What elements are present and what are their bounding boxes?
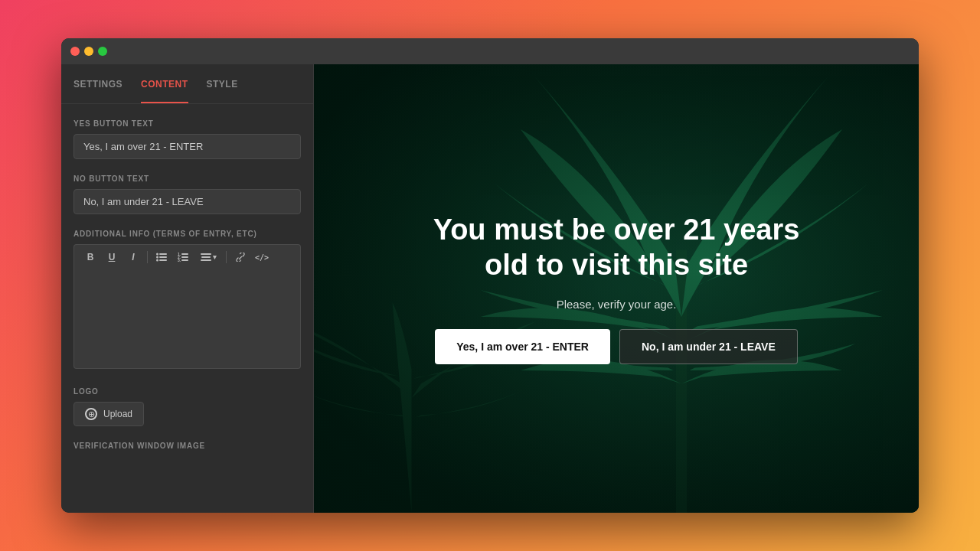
additional-info-textarea[interactable]	[74, 269, 301, 369]
svg-rect-14	[201, 259, 211, 261]
code-button[interactable]: </>	[252, 248, 272, 266]
upload-icon: ⊕	[85, 408, 97, 420]
svg-rect-9	[181, 256, 188, 258]
traffic-light-red[interactable]	[70, 47, 80, 56]
tab-settings[interactable]: SETTINGS	[74, 64, 122, 103]
left-panel: SETTINGS CONTENT STYLE YES BUTTON TEXT	[61, 64, 314, 513]
svg-rect-13	[201, 256, 211, 258]
panel-content: YES BUTTON TEXT NO BUTTON TEXT ADDITIONA…	[61, 104, 313, 481]
tab-content[interactable]: CONTENT	[141, 64, 188, 103]
toolbar-divider-2	[226, 251, 227, 263]
no-button-label: NO BUTTON TEXT	[74, 174, 301, 183]
bold-button[interactable]: B	[80, 248, 100, 266]
unordered-list-button[interactable]	[152, 248, 172, 266]
rich-text-toolbar: B U I 1.	[74, 244, 301, 269]
toolbar-divider-1	[147, 251, 148, 263]
yes-button-label: YES BUTTON TEXT	[74, 119, 301, 128]
ordered-list-button[interactable]: 1. 2. 3.	[173, 248, 193, 266]
logo-field-group: LOGO ⊕ Upload	[74, 387, 301, 426]
preview-yes-button[interactable]: Yes, I am over 21 - ENTER	[435, 329, 610, 364]
tab-style[interactable]: STYLE	[207, 64, 238, 103]
italic-button[interactable]: I	[123, 248, 143, 266]
additional-info-field-group: ADDITIONAL INFO (TERMS OF ENTRY, ETC) B …	[74, 230, 301, 372]
no-button-input[interactable]	[74, 189, 301, 214]
preview-content: You must be over 21 years old to visit t…	[379, 213, 854, 364]
preview-background: You must be over 21 years old to visit t…	[314, 64, 919, 513]
preview-buttons: Yes, I am over 21 - ENTER No, I am under…	[435, 329, 798, 364]
verification-window-label: VERIFICATION WINDOW IMAGE	[74, 442, 301, 450]
right-panel: You must be over 21 years old to visit t…	[314, 64, 919, 513]
svg-rect-1	[159, 253, 167, 255]
svg-rect-12	[201, 253, 211, 255]
yes-button-field-group: YES BUTTON TEXT	[74, 119, 301, 159]
additional-info-label: ADDITIONAL INFO (TERMS OF ENTRY, ETC)	[74, 230, 301, 238]
svg-point-0	[156, 253, 158, 256]
traffic-lights	[70, 47, 107, 56]
verification-window-field-group: VERIFICATION WINDOW IMAGE	[74, 442, 301, 450]
svg-rect-5	[159, 259, 167, 261]
align-button[interactable]: ▾	[194, 248, 222, 266]
app-window: SETTINGS CONTENT STYLE YES BUTTON TEXT	[61, 38, 919, 513]
preview-heading: You must be over 21 years old to visit t…	[425, 213, 808, 282]
svg-point-4	[156, 259, 158, 262]
tab-bar: SETTINGS CONTENT STYLE	[61, 64, 313, 104]
preview-subtext: Please, verify your age.	[557, 298, 677, 311]
main-area: SETTINGS CONTENT STYLE YES BUTTON TEXT	[61, 64, 919, 513]
underline-button[interactable]: U	[102, 248, 122, 266]
titlebar	[61, 38, 919, 64]
upload-button[interactable]: ⊕ Upload	[74, 402, 144, 426]
svg-rect-3	[159, 256, 167, 258]
link-button[interactable]	[230, 248, 250, 266]
svg-point-2	[156, 256, 158, 259]
traffic-light-green[interactable]	[98, 47, 107, 56]
traffic-light-yellow[interactable]	[84, 47, 93, 56]
svg-rect-7	[181, 253, 188, 255]
svg-text:3.: 3.	[178, 258, 181, 262]
logo-label: LOGO	[74, 387, 301, 396]
no-button-field-group: NO BUTTON TEXT	[74, 174, 301, 214]
svg-rect-11	[181, 259, 188, 261]
preview-no-button[interactable]: No, I am under 21 - LEAVE	[619, 329, 798, 364]
yes-button-input[interactable]	[74, 134, 301, 159]
